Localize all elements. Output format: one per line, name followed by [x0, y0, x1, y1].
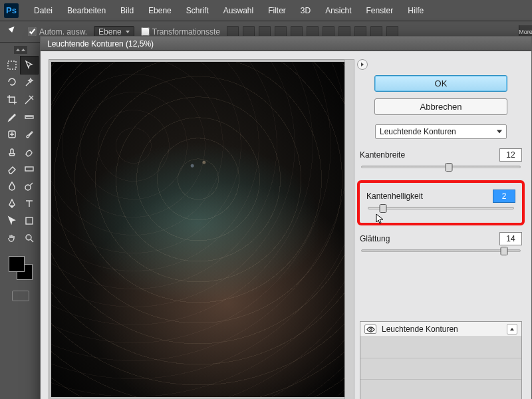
param-glattung-input[interactable] — [499, 232, 522, 245]
effect-stack-label: Leuchtende Konturen — [382, 325, 458, 334]
move-tool-icon — [9, 26, 21, 38]
menu-window[interactable]: Fenster — [359, 0, 401, 21]
autoselect-checkbox[interactable]: Autom. ausw. — [28, 27, 87, 37]
highlight-annotation: Kantenhelligkeit — [357, 180, 525, 225]
svg-point-6 — [26, 235, 31, 240]
effect-stack: Leuchtende Konturen — [360, 321, 522, 399]
toolbox-expand-icon[interactable] — [14, 46, 27, 54]
param-kantenhelligkeit-slider[interactable] — [368, 207, 514, 209]
effect-slot[interactable] — [360, 337, 521, 358]
eraser-tool-icon[interactable] — [3, 160, 21, 178]
param-glattung-label: Glättung — [360, 234, 390, 243]
menu-select[interactable]: Auswahl — [216, 0, 261, 21]
menu-type[interactable]: Schrift — [179, 0, 216, 21]
visibility-eye-icon[interactable] — [364, 325, 376, 334]
screen-mode-icon[interactable] — [12, 291, 29, 301]
hand-tool-icon[interactable] — [3, 229, 21, 247]
preview-pane — [41, 51, 356, 399]
stack-expand-icon[interactable] — [507, 324, 517, 334]
brush-tool-icon[interactable] — [21, 126, 38, 143]
slider-handle[interactable] — [501, 247, 508, 255]
transform-controls-checkbox[interactable]: Transformationsste — [141, 27, 220, 37]
filter-preview-canvas[interactable] — [51, 62, 345, 397]
controls-pane: OK Abbrechen Leuchtende Konturen Kantenb… — [356, 51, 531, 399]
svg-point-7 — [370, 329, 372, 331]
pen-tool-icon[interactable] — [3, 195, 21, 212]
window-title: Leuchtende Konturen (12,5%) — [41, 37, 531, 51]
param-kantenhelligkeit-label: Kantenhelligkeit — [366, 192, 423, 201]
param-kantenbreite-input[interactable] — [499, 148, 522, 162]
cancel-button[interactable]: Abbrechen — [374, 98, 507, 115]
param-kantenhelligkeit-input[interactable] — [493, 190, 515, 203]
marquee-tool-icon[interactable] — [3, 57, 21, 74]
menu-view[interactable]: Ansicht — [318, 0, 358, 21]
magic-wand-tool-icon[interactable] — [21, 74, 38, 91]
slice-tool-icon[interactable] — [21, 91, 38, 108]
app-logo: Ps — [4, 3, 19, 18]
panel-collapse-icon[interactable] — [357, 59, 368, 70]
path-selection-tool-icon[interactable] — [3, 212, 21, 229]
effect-stack-row[interactable]: Leuchtende Konturen — [360, 322, 521, 337]
param-kantenbreite-label: Kantenbreite — [360, 150, 405, 160]
autoselect-input[interactable] — [28, 27, 37, 36]
param-glattung: Glättung — [360, 232, 522, 252]
cursor-icon — [376, 213, 385, 225]
menu-image[interactable]: Bild — [113, 0, 141, 21]
lasso-tool-icon[interactable] — [3, 74, 21, 91]
param-kantenbreite: Kantenbreite — [360, 148, 522, 168]
svg-point-4 — [25, 185, 31, 190]
ruler-tool-icon[interactable] — [21, 108, 38, 126]
eyedropper-tool-icon[interactable] — [3, 108, 21, 126]
filter-gallery-window: Leuchtende Konturen (12,5%) OK Abbrechen… — [40, 36, 532, 399]
crop-tool-icon[interactable] — [3, 91, 21, 108]
dodge-tool-icon[interactable] — [21, 178, 38, 195]
effect-slot[interactable] — [360, 358, 521, 380]
menu-filter[interactable]: Filter — [261, 0, 293, 21]
zoom-tool-icon[interactable] — [21, 229, 38, 247]
svg-rect-0 — [8, 61, 16, 69]
param-kantenbreite-slider[interactable] — [361, 166, 521, 168]
move-tool-icon[interactable] — [21, 57, 38, 74]
slider-handle[interactable] — [445, 163, 452, 172]
slider-handle[interactable] — [379, 204, 386, 213]
history-brush-tool-icon[interactable] — [21, 143, 38, 160]
autoselect-label: Autom. ausw. — [39, 27, 87, 37]
effect-select[interactable]: Leuchtende Konturen — [375, 124, 507, 139]
menu-file[interactable]: Datei — [27, 0, 60, 21]
clone-stamp-tool-icon[interactable] — [3, 143, 21, 160]
preview-scrollbar[interactable] — [344, 59, 354, 399]
gradient-tool-icon[interactable] — [21, 160, 38, 178]
param-glattung-slider[interactable] — [361, 249, 521, 252]
menu-help[interactable]: Hilfe — [400, 0, 431, 21]
param-kantenhelligkeit: Kantenhelligkeit — [366, 190, 515, 209]
svg-rect-5 — [26, 217, 33, 224]
svg-rect-3 — [25, 167, 33, 171]
toolbox — [0, 43, 41, 307]
ok-button[interactable]: OK — [374, 75, 507, 92]
menu-bar: Ps Datei Bearbeiten Bild Ebene Schrift A… — [0, 0, 532, 21]
healing-brush-tool-icon[interactable] — [3, 126, 21, 143]
blur-tool-icon[interactable] — [3, 178, 21, 195]
transform-controls-input[interactable] — [141, 27, 150, 36]
type-tool-icon[interactable] — [21, 195, 38, 212]
effect-stack-body — [360, 337, 521, 399]
foreground-swatch[interactable] — [9, 256, 25, 272]
shape-tool-icon[interactable] — [21, 212, 38, 229]
menu-edit[interactable]: Bearbeiten — [60, 0, 113, 21]
menu-layer[interactable]: Ebene — [141, 0, 179, 21]
menu-3d[interactable]: 3D — [293, 0, 318, 21]
transform-controls-label: Transformationsste — [152, 27, 220, 37]
color-swatches[interactable] — [7, 255, 34, 281]
